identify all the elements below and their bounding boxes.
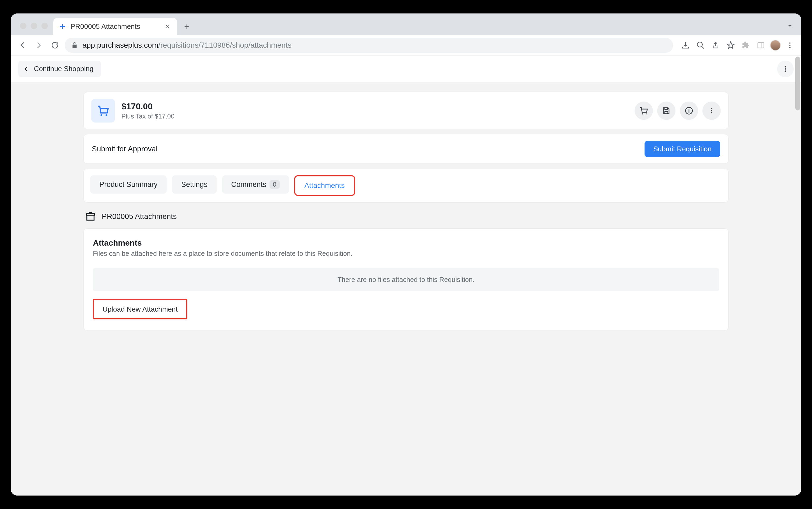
save-action-button[interactable] (657, 102, 675, 120)
attachments-description: Files can be attached here as a place to… (93, 250, 719, 258)
svg-point-8 (100, 114, 102, 116)
tab-product-summary[interactable]: Product Summary (90, 175, 167, 194)
tab-label: Settings (181, 180, 208, 189)
approval-card: Submit for Approval Submit Requisition (83, 134, 729, 164)
total-amount: $170.00 (121, 102, 174, 111)
summary-text: $170.00 Plus Tax of $17.00 (121, 102, 174, 120)
svg-rect-1 (758, 42, 764, 48)
summary-actions (635, 102, 721, 120)
svg-point-11 (646, 113, 647, 114)
archive-icon (85, 211, 96, 222)
section-title-row: PR00005 Attachments (85, 211, 729, 222)
attachments-heading: Attachments (93, 238, 719, 247)
tab-attachments[interactable]: Attachments (294, 175, 355, 196)
svg-point-13 (689, 108, 690, 110)
attachments-card: Attachments Files can be attached here a… (83, 228, 729, 331)
page-header: Continue Shopping (11, 56, 801, 82)
address-bar[interactable]: app.purchaseplus.com/requisitions/711098… (65, 38, 673, 53)
svg-point-7 (784, 70, 786, 72)
window-maximize[interactable] (41, 23, 48, 29)
tab-settings[interactable]: Settings (172, 175, 217, 194)
favicon-icon (59, 23, 66, 30)
requisition-summary-card: $170.00 Plus Tax of $17.00 (83, 92, 729, 129)
svg-point-14 (711, 108, 712, 109)
profile-avatar[interactable] (770, 40, 781, 50)
section-title: PR00005 Attachments (102, 212, 177, 221)
upload-attachment-button[interactable]: Upload New Attachment (93, 299, 187, 319)
tab-comments[interactable]: Comments 0 (222, 175, 289, 194)
tab-label: Product Summary (99, 180, 157, 189)
new-tab-button[interactable]: + (179, 19, 195, 34)
svg-point-4 (789, 46, 791, 48)
comments-count-badge: 0 (270, 180, 279, 189)
more-action-button[interactable] (702, 102, 721, 120)
url-text: app.purchaseplus.com/requisitions/711098… (82, 41, 291, 49)
nav-back-button[interactable] (16, 39, 29, 52)
nav-forward-button[interactable] (32, 39, 45, 52)
cart-icon (91, 99, 115, 123)
continue-shopping-label: Continue Shopping (34, 65, 94, 73)
svg-point-2 (789, 42, 791, 44)
scrollbar[interactable] (795, 57, 800, 110)
toolbar-actions (679, 39, 796, 51)
url-host: app.purchaseplus.com (82, 41, 158, 49)
close-tab-icon[interactable]: × (165, 22, 170, 30)
tabs-card: Product Summary Settings Comments 0 Atta… (83, 169, 729, 203)
submit-requisition-button[interactable]: Submit Requisition (644, 141, 720, 157)
browser-menu-icon[interactable] (784, 39, 796, 51)
tab-label: Attachments (305, 181, 345, 190)
chevron-left-icon (23, 65, 30, 73)
cart-action-button[interactable] (635, 102, 653, 120)
browser-window: PR00005 Attachments × + app.purchaseplus… (11, 13, 801, 496)
svg-point-15 (711, 110, 712, 111)
svg-point-6 (784, 68, 786, 69)
nav-reload-button[interactable] (48, 39, 61, 52)
bookmark-icon[interactable] (725, 39, 737, 51)
svg-point-9 (106, 114, 107, 116)
page-more-button[interactable] (777, 61, 794, 77)
window-controls (16, 23, 53, 35)
lock-icon (71, 42, 78, 49)
svg-point-0 (697, 42, 702, 47)
sidepanel-icon[interactable] (755, 39, 767, 51)
window-minimize[interactable] (31, 23, 37, 29)
browser-tab[interactable]: PR00005 Attachments × (53, 18, 177, 35)
share-icon[interactable] (710, 39, 721, 51)
info-action-button[interactable] (680, 102, 698, 120)
page-viewport: Continue Shopping $170.00 Plus Tax of $1… (11, 56, 801, 496)
url-path: /requisitions/7110986/shop/attachments (158, 41, 291, 49)
attachments-empty-state: There are no files attached to this Requ… (93, 268, 719, 291)
svg-point-16 (711, 112, 712, 113)
browser-toolbar: app.purchaseplus.com/requisitions/711098… (11, 35, 801, 56)
svg-point-10 (642, 113, 643, 114)
continue-shopping-button[interactable]: Continue Shopping (18, 61, 101, 77)
browser-tab-strip: PR00005 Attachments × + (11, 13, 801, 35)
svg-point-3 (789, 44, 791, 46)
extensions-icon[interactable] (740, 39, 752, 51)
empty-message: There are no files attached to this Requ… (338, 276, 475, 283)
svg-point-5 (784, 66, 786, 67)
tax-line: Plus Tax of $17.00 (121, 112, 174, 120)
approval-label: Submit for Approval (92, 145, 157, 153)
tab-title: PR00005 Attachments (71, 22, 140, 31)
content-column: $170.00 Plus Tax of $17.00 (83, 92, 729, 331)
install-icon[interactable] (679, 39, 692, 51)
tabs-dropdown-icon[interactable] (786, 22, 794, 30)
search-icon[interactable] (695, 39, 706, 51)
window-close[interactable] (20, 23, 26, 29)
tab-label: Comments (231, 180, 267, 189)
